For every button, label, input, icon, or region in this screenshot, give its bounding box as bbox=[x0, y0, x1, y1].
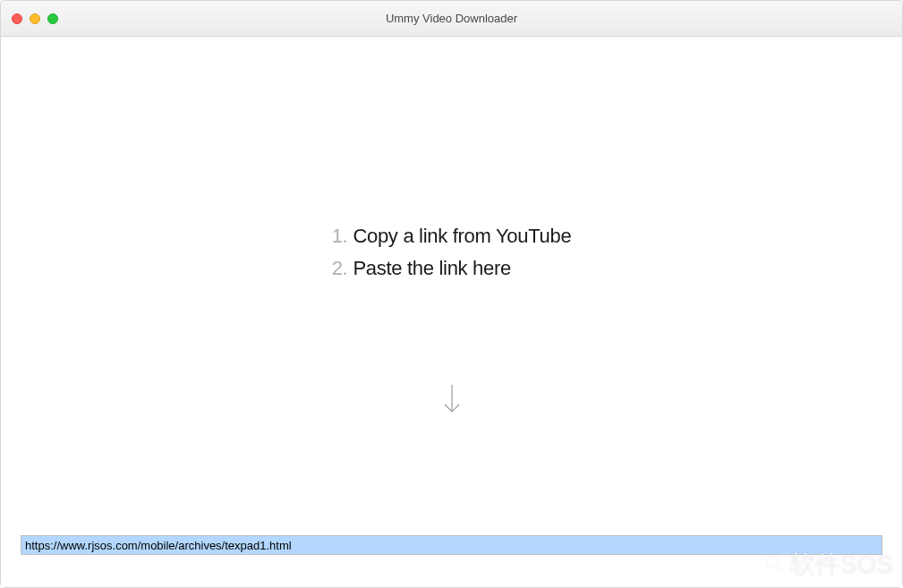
window-title: Ummy Video Downloader bbox=[1, 12, 902, 25]
minimize-button[interactable] bbox=[30, 13, 40, 24]
url-input[interactable] bbox=[21, 535, 882, 555]
instruction-step-1: 1. Copy a link from YouTube bbox=[332, 225, 572, 248]
titlebar[interactable]: Ummy Video Downloader bbox=[1, 1, 902, 37]
content-area: 1. Copy a link from YouTube 2. Paste the… bbox=[1, 37, 902, 587]
watermark-icon bbox=[762, 553, 785, 576]
app-window: Ummy Video Downloader 1. Copy a link fro… bbox=[0, 0, 903, 588]
arrow-down-icon bbox=[442, 383, 462, 419]
step-number: 1. bbox=[332, 225, 348, 248]
instruction-step-2: 2. Paste the link here bbox=[332, 257, 511, 280]
step-text: Copy a link from YouTube bbox=[353, 225, 571, 248]
traffic-lights bbox=[1, 13, 58, 24]
instructions: 1. Copy a link from YouTube 2. Paste the… bbox=[332, 225, 572, 280]
maximize-button[interactable] bbox=[47, 13, 58, 24]
url-input-container bbox=[21, 535, 882, 555]
close-button[interactable] bbox=[12, 13, 22, 24]
step-number: 2. bbox=[332, 257, 348, 280]
step-text: Paste the link here bbox=[353, 257, 511, 280]
